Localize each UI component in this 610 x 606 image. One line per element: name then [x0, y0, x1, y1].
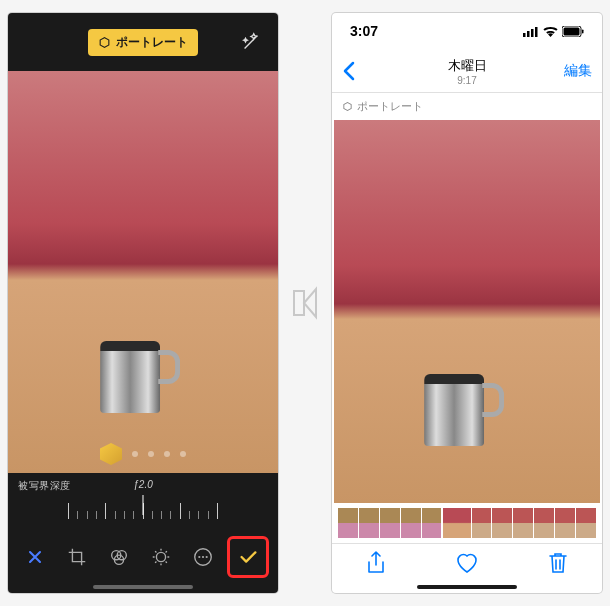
edit-button[interactable]: 編集: [564, 62, 592, 80]
cancel-button[interactable]: [17, 539, 53, 575]
cube-icon: [98, 36, 111, 49]
transition-arrow-icon: [290, 285, 320, 321]
photo-display[interactable]: [334, 120, 600, 503]
svg-point-7: [206, 556, 208, 558]
svg-rect-14: [582, 29, 584, 33]
thumbnail[interactable]: [555, 508, 575, 538]
portrait-filter-icon[interactable]: [100, 443, 122, 465]
title-time: 9:17: [448, 74, 487, 85]
thumbnail-strip[interactable]: [332, 503, 602, 543]
thumbnail[interactable]: [492, 508, 512, 538]
depth-label: 被写界深度: [18, 479, 71, 493]
thumbnail[interactable]: [338, 508, 358, 538]
cube-icon: [342, 101, 353, 112]
svg-rect-8: [523, 33, 526, 37]
status-bar: 3:07: [332, 13, 602, 49]
slider-indicator: [143, 495, 144, 515]
trash-icon: [548, 551, 568, 575]
adjust-button[interactable]: [143, 539, 179, 575]
svg-rect-11: [535, 27, 538, 37]
filter-selector[interactable]: [100, 443, 186, 465]
favorite-button[interactable]: [455, 552, 479, 574]
photo-canvas[interactable]: [8, 71, 278, 473]
photo-edit-screen: ポートレート 被写界深度 ƒ2.0: [8, 13, 278, 593]
done-button[interactable]: [227, 536, 269, 578]
signal-icon: [523, 26, 539, 37]
thumbnail[interactable]: [472, 508, 492, 538]
portrait-tag-label: ポートレート: [357, 99, 423, 114]
back-button[interactable]: [342, 60, 356, 82]
photo-title: 木曜日 9:17: [448, 56, 487, 85]
photo-view-screen: 3:07 木曜日 9:17 編集 ポートレート: [332, 13, 602, 593]
title-day: 木曜日: [448, 56, 487, 74]
svg-point-6: [202, 556, 204, 558]
thumbnail-selected[interactable]: [443, 508, 471, 538]
svg-rect-9: [527, 31, 530, 37]
photo-subject-mug: [424, 361, 502, 446]
home-indicator[interactable]: [93, 585, 193, 589]
portrait-mode-badge[interactable]: ポートレート: [88, 29, 198, 56]
thumbnail[interactable]: [380, 508, 400, 538]
fstop-value: ƒ2.0: [133, 479, 152, 490]
heart-icon: [455, 552, 479, 574]
svg-point-3: [156, 552, 165, 561]
photo-subject-mug: [100, 328, 178, 413]
portrait-badge-label: ポートレート: [116, 34, 188, 51]
wifi-icon: [543, 26, 558, 37]
filters-button[interactable]: [101, 539, 137, 575]
share-button[interactable]: [366, 551, 386, 575]
status-time: 3:07: [350, 23, 378, 39]
more-button[interactable]: [185, 539, 221, 575]
share-icon: [366, 551, 386, 575]
delete-button[interactable]: [548, 551, 568, 575]
depth-control-row: 被写界深度 ƒ2.0: [8, 473, 278, 535]
svg-rect-10: [531, 29, 534, 37]
svg-rect-13: [564, 27, 580, 35]
auto-enhance-button[interactable]: [240, 31, 262, 53]
chevron-left-icon: [342, 60, 356, 82]
thumbnail[interactable]: [513, 508, 533, 538]
thumbnail[interactable]: [576, 508, 596, 538]
thumbnail[interactable]: [359, 508, 379, 538]
svg-point-5: [198, 556, 200, 558]
crop-button[interactable]: [59, 539, 95, 575]
edit-header: ポートレート: [8, 13, 278, 71]
check-icon: [237, 546, 259, 568]
portrait-tag: ポートレート: [332, 93, 602, 120]
battery-icon: [562, 26, 584, 37]
thumbnail[interactable]: [534, 508, 554, 538]
home-indicator[interactable]: [417, 585, 517, 589]
thumbnail[interactable]: [422, 508, 442, 538]
view-toolbar: [332, 543, 602, 593]
view-header: 木曜日 9:17 編集: [332, 49, 602, 93]
thumbnail[interactable]: [401, 508, 421, 538]
edit-toolbar: [8, 535, 278, 593]
